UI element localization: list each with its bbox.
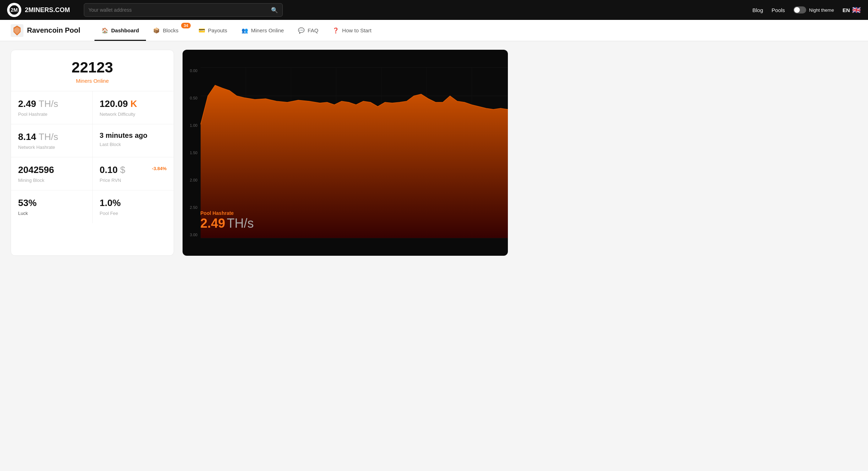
- tab-payouts[interactable]: 💳 Payouts: [191, 20, 234, 41]
- svg-text:2M: 2M: [11, 7, 17, 13]
- tab-how-to-start[interactable]: ❓ How to Start: [325, 20, 379, 41]
- network-difficulty-cell: 120.09 K Network Difficulty: [93, 91, 174, 124]
- stat-row-4: 53% Luck 1.0% Pool Fee: [11, 190, 174, 223]
- stat-row-1: 2.49 TH/s Pool Hashrate 120.09 K Network…: [11, 91, 174, 124]
- night-theme-label: Night theme: [809, 7, 834, 13]
- stat-row-2: 8.14 TH/s Network Hashrate 3 minutes ago…: [11, 124, 174, 157]
- price-cell: 0.10 $ Price RVN -3.84%: [93, 157, 174, 190]
- night-theme-toggle[interactable]: Night theme: [793, 6, 834, 13]
- tab-miners-online[interactable]: 👥 Miners Online: [234, 20, 291, 41]
- mining-block-value: 2042596: [18, 164, 85, 175]
- mining-block-cell: 2042596 Mining Block: [11, 157, 93, 190]
- pool-hashrate-label: Pool Hashrate: [18, 112, 85, 117]
- brand: 2M 2MINERS.COM: [7, 3, 78, 17]
- subnav-brand: Ravencoin Pool: [11, 24, 80, 37]
- tab-blocks[interactable]: 📦 Blocks 34: [146, 20, 191, 41]
- pool-title: Ravencoin Pool: [27, 26, 80, 34]
- lang-label: EN: [842, 7, 850, 13]
- luck-value: 53%: [18, 197, 85, 209]
- price-change: -3.84%: [152, 166, 167, 171]
- dashboard-icon: 🏠: [102, 27, 108, 34]
- miners-count-section: 22123 Miners Online: [11, 50, 174, 91]
- search-icon[interactable]: 🔍: [271, 7, 278, 13]
- brand-icon: 2M: [7, 3, 21, 17]
- main-content: 22123 Miners Online 2.49 TH/s Pool Hashr…: [0, 41, 519, 264]
- network-difficulty-value: 120.09 K: [100, 98, 167, 109]
- last-block-value: 3 minutes ago: [100, 131, 167, 140]
- last-block-cell: 3 minutes ago Last Block: [93, 124, 174, 157]
- last-block-label: Last Block: [100, 142, 167, 147]
- chart-panel: 3.00 2.50 2.00 1.50 1.00 0.50 0.00: [183, 50, 508, 256]
- search-input[interactable]: [88, 7, 271, 13]
- network-hashrate-label: Network Hashrate: [18, 145, 85, 150]
- network-hashrate-cell: 8.14 TH/s Network Hashrate: [11, 124, 93, 157]
- price-value: 0.10 $: [100, 164, 125, 175]
- tab-faq[interactable]: 💬 FAQ: [291, 20, 325, 41]
- pool-hashrate-value: 2.49 TH/s: [18, 98, 85, 109]
- chart-overlay-label-text: Pool Hashrate: [200, 210, 254, 216]
- pool-fee-label: Pool Fee: [100, 211, 167, 216]
- blocks-icon: 📦: [153, 27, 160, 34]
- network-hashrate-value: 8.14 TH/s: [18, 131, 85, 142]
- blog-link[interactable]: Blog: [753, 7, 763, 13]
- price-label: Price RVN: [100, 178, 125, 183]
- blocks-badge: 34: [181, 23, 190, 28]
- stats-panel: 22123 Miners Online 2.49 TH/s Pool Hashr…: [11, 50, 174, 256]
- wallet-search-bar[interactable]: 🔍: [84, 3, 283, 17]
- mining-block-label: Mining Block: [18, 178, 85, 183]
- flag-icon: 🇬🇧: [852, 6, 861, 14]
- topnav: 2M 2MINERS.COM 🔍 Blog Pools Night theme …: [0, 0, 868, 20]
- network-difficulty-label: Network Difficulty: [100, 112, 167, 117]
- ravencoin-logo-icon: [11, 24, 23, 37]
- pool-fee-value: 1.0%: [100, 197, 167, 209]
- miners-count-value: 22123: [18, 60, 167, 75]
- pool-hashrate-cell: 2.49 TH/s Pool Hashrate: [11, 91, 93, 124]
- lang-selector[interactable]: EN 🇬🇧: [842, 6, 861, 14]
- luck-label: Luck: [18, 211, 85, 216]
- tab-dashboard[interactable]: 🏠 Dashboard: [94, 20, 146, 41]
- miners-online-icon: 👥: [242, 27, 248, 34]
- theme-switch[interactable]: [793, 6, 806, 13]
- payouts-icon: 💳: [199, 27, 205, 34]
- topnav-right: Blog Pools Night theme EN 🇬🇧: [753, 6, 861, 14]
- subnav: Ravencoin Pool 🏠 Dashboard 📦 Blocks 34 💳…: [0, 20, 868, 41]
- stat-row-3: 2042596 Mining Block 0.10 $ Price: [11, 157, 174, 190]
- pools-link[interactable]: Pools: [772, 7, 785, 13]
- chart-overlay: Pool Hashrate 2.49 TH/s: [200, 210, 254, 231]
- brand-name: 2MINERS.COM: [25, 6, 70, 14]
- faq-icon: 💬: [298, 27, 305, 34]
- chart-overlay-value: 2.49 TH/s: [200, 216, 254, 231]
- pool-fee-cell: 1.0% Pool Fee: [93, 190, 174, 223]
- luck-cell: 53% Luck: [11, 190, 93, 223]
- miners-count-label: Miners Online: [18, 78, 167, 84]
- how-to-start-icon: ❓: [332, 27, 339, 34]
